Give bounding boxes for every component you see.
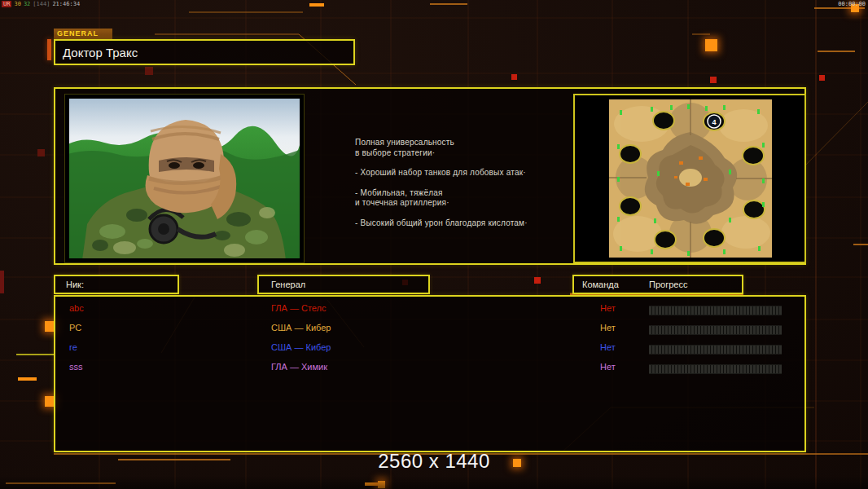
fps-stat-token: UR (2, 1, 11, 7)
map-slot-badge: 4 (708, 115, 721, 128)
general-portrait (64, 94, 305, 263)
column-header-team-progress: Команда Прогресс (572, 275, 743, 294)
player-row[interactable]: abcГЛА — СтелсНет (55, 301, 804, 320)
general-info-panel: Полная универсальностьв выборе стратегии… (54, 87, 806, 265)
player-nick: sss (69, 362, 83, 372)
player-row[interactable]: PCСША — КиберНет (55, 320, 804, 340)
player-general: США — Кибер (271, 342, 331, 352)
player-team: Нет (600, 323, 616, 333)
deco-square (534, 277, 541, 284)
deco-square (145, 67, 153, 75)
deco-bar (47, 39, 51, 60)
fps-overlay: UR3032[144]21:46:34 (2, 1, 82, 7)
deco-square (705, 39, 717, 51)
header-nick-label: Ник: (66, 280, 84, 289)
description-paragraph: Полная универсальностьв выборе стратегии… (355, 138, 572, 158)
header-team-label: Команда (582, 280, 619, 289)
player-progress-bar (649, 345, 782, 355)
general-name-box: Доктор Тракс (54, 39, 355, 65)
deco-square (511, 74, 517, 80)
player-progress-bar (649, 364, 782, 374)
deco-square (710, 77, 717, 83)
player-list: abcГЛА — СтелсНетPCСША — КиберНетreСША —… (54, 295, 806, 452)
header-progress-label: Прогресс (649, 280, 687, 289)
player-row[interactable]: reСША — КиберНет (55, 340, 804, 359)
map-preview-panel: 4 (573, 94, 806, 263)
session-clock: 00:00:00 (838, 1, 866, 7)
player-nick: abc (69, 303, 84, 313)
deco-square (819, 75, 825, 81)
player-team: Нет (600, 342, 616, 352)
general-tag-label: GENERAL (54, 29, 112, 39)
svg-text:4: 4 (712, 118, 716, 126)
fps-stat-token: 30 (14, 1, 20, 7)
fps-stat-token: 21:46:34 (52, 1, 80, 7)
lobby-screen: UR3032[144]21:46:34 00:00:00 GENERAL Док… (0, 0, 868, 489)
fps-stat-token: 32 (24, 1, 30, 7)
player-team: Нет (600, 303, 616, 313)
header-general-label: Генерал (271, 280, 305, 289)
deco-bar (0, 271, 4, 293)
player-nick: PC (69, 323, 81, 333)
player-team: Нет (600, 362, 616, 372)
column-header-nick: Ник: (54, 275, 179, 294)
player-progress-bar (649, 325, 782, 335)
general-description: Полная универсальностьв выборе стратегии… (355, 138, 572, 238)
resolution-label: 2560 x 1440 (0, 450, 868, 473)
column-header-general: Генерал (257, 275, 430, 294)
deco-square (37, 149, 45, 156)
general-name: Доктор Тракс (63, 46, 138, 59)
description-paragraph: - Мобильная, тяжёлаяи точечная артиллери… (355, 188, 572, 209)
deco-square (378, 481, 385, 488)
description-paragraph: - Высокий общий урон благодаря кислотам· (355, 218, 572, 229)
fps-stat-token: [144] (33, 1, 50, 7)
player-nick: re (69, 342, 77, 352)
description-paragraph: - Хороший набор танков для лобовых атак· (355, 168, 572, 178)
map-preview-image: 4 (609, 99, 772, 258)
player-general: ГЛА — Химик (271, 362, 327, 372)
player-general: ГЛА — Стелс (271, 303, 327, 313)
player-row[interactable]: sssГЛА — ХимикНет (55, 359, 804, 379)
player-progress-bar (649, 306, 782, 315)
player-general: США — Кибер (271, 323, 331, 333)
